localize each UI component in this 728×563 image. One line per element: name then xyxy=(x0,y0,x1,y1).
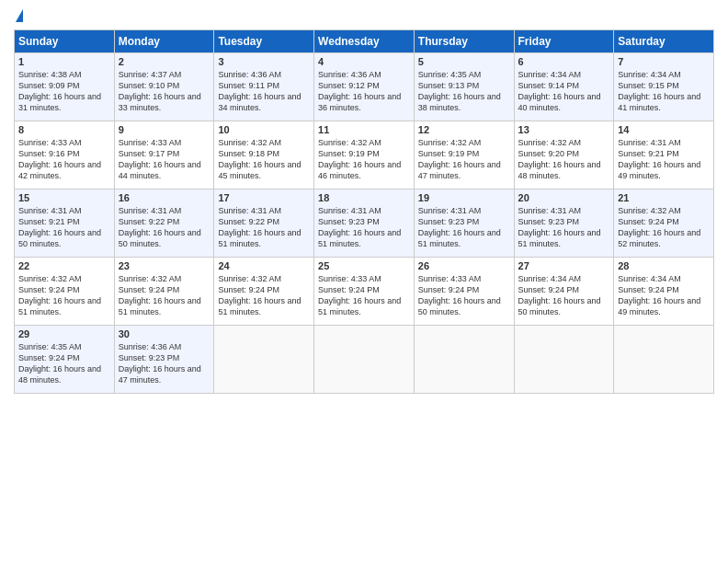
day-cell: 14 Sunrise: 4:31 AMSunset: 9:21 PMDaylig… xyxy=(614,121,714,190)
column-header-wednesday: Wednesday xyxy=(314,30,415,53)
day-number: 13 xyxy=(518,124,610,135)
day-info: Sunrise: 4:31 AMSunset: 9:21 PMDaylight:… xyxy=(18,205,110,250)
day-cell: 26 Sunrise: 4:33 AMSunset: 9:24 PMDaylig… xyxy=(414,258,514,326)
day-cell: 20 Sunrise: 4:31 AMSunset: 9:23 PMDaylig… xyxy=(514,190,614,258)
day-number: 9 xyxy=(119,124,210,135)
day-cell: 30 Sunrise: 4:36 AMSunset: 9:23 PMDaylig… xyxy=(114,326,214,394)
day-cell: 6 Sunrise: 4:34 AMSunset: 9:14 PMDayligh… xyxy=(514,53,614,121)
day-info: Sunrise: 4:34 AMSunset: 9:24 PMDaylight:… xyxy=(618,273,710,318)
week-row-5: 29 Sunrise: 4:35 AMSunset: 9:24 PMDaylig… xyxy=(15,326,714,394)
day-cell: 22 Sunrise: 4:32 AMSunset: 9:24 PMDaylig… xyxy=(15,258,115,326)
column-header-friday: Friday xyxy=(514,30,614,53)
day-cell xyxy=(214,326,314,394)
day-info: Sunrise: 4:36 AMSunset: 9:11 PMDaylight:… xyxy=(218,69,310,114)
day-cell: 28 Sunrise: 4:34 AMSunset: 9:24 PMDaylig… xyxy=(614,258,714,326)
day-cell: 16 Sunrise: 4:31 AMSunset: 9:22 PMDaylig… xyxy=(114,190,214,258)
day-info: Sunrise: 4:31 AMSunset: 9:21 PMDaylight:… xyxy=(618,137,710,182)
day-cell xyxy=(614,326,714,394)
day-cell: 7 Sunrise: 4:34 AMSunset: 9:15 PMDayligh… xyxy=(614,53,714,121)
day-number: 14 xyxy=(618,124,710,135)
day-info: Sunrise: 4:36 AMSunset: 9:12 PMDaylight:… xyxy=(318,69,410,114)
day-info: Sunrise: 4:31 AMSunset: 9:23 PMDaylight:… xyxy=(518,205,610,250)
header xyxy=(14,9,714,24)
day-number: 16 xyxy=(119,192,210,203)
day-cell: 2 Sunrise: 4:37 AMSunset: 9:10 PMDayligh… xyxy=(114,53,214,121)
day-info: Sunrise: 4:34 AMSunset: 9:15 PMDaylight:… xyxy=(618,69,710,114)
day-cell: 9 Sunrise: 4:33 AMSunset: 9:17 PMDayligh… xyxy=(114,121,214,190)
day-cell: 3 Sunrise: 4:36 AMSunset: 9:11 PMDayligh… xyxy=(214,53,314,121)
day-cell: 5 Sunrise: 4:35 AMSunset: 9:13 PMDayligh… xyxy=(414,53,514,121)
day-info: Sunrise: 4:32 AMSunset: 9:19 PMDaylight:… xyxy=(418,137,510,182)
column-header-sunday: Sunday xyxy=(15,30,115,53)
page: SundayMondayTuesdayWednesdayThursdayFrid… xyxy=(0,0,728,563)
day-number: 19 xyxy=(418,192,510,203)
day-info: Sunrise: 4:31 AMSunset: 9:23 PMDaylight:… xyxy=(418,205,510,250)
day-cell: 12 Sunrise: 4:32 AMSunset: 9:19 PMDaylig… xyxy=(414,121,514,190)
day-cell: 1 Sunrise: 4:38 AMSunset: 9:09 PMDayligh… xyxy=(15,53,115,121)
day-number: 23 xyxy=(119,260,210,271)
day-cell: 17 Sunrise: 4:31 AMSunset: 9:22 PMDaylig… xyxy=(214,190,314,258)
day-cell: 15 Sunrise: 4:31 AMSunset: 9:21 PMDaylig… xyxy=(15,190,115,258)
header-row: SundayMondayTuesdayWednesdayThursdayFrid… xyxy=(15,30,714,53)
day-number: 4 xyxy=(318,56,410,67)
day-info: Sunrise: 4:36 AMSunset: 9:23 PMDaylight:… xyxy=(119,341,210,386)
day-cell: 23 Sunrise: 4:32 AMSunset: 9:24 PMDaylig… xyxy=(114,258,214,326)
day-info: Sunrise: 4:32 AMSunset: 9:24 PMDaylight:… xyxy=(119,273,210,318)
week-row-1: 1 Sunrise: 4:38 AMSunset: 9:09 PMDayligh… xyxy=(15,53,714,121)
day-info: Sunrise: 4:34 AMSunset: 9:24 PMDaylight:… xyxy=(518,273,610,318)
day-info: Sunrise: 4:32 AMSunset: 9:24 PMDaylight:… xyxy=(218,273,310,318)
day-cell: 29 Sunrise: 4:35 AMSunset: 9:24 PMDaylig… xyxy=(15,326,115,394)
week-row-2: 8 Sunrise: 4:33 AMSunset: 9:16 PMDayligh… xyxy=(15,121,714,190)
day-info: Sunrise: 4:31 AMSunset: 9:23 PMDaylight:… xyxy=(318,205,410,250)
day-number: 5 xyxy=(418,56,510,67)
day-cell: 4 Sunrise: 4:36 AMSunset: 9:12 PMDayligh… xyxy=(314,53,415,121)
day-number: 27 xyxy=(518,260,610,271)
week-row-3: 15 Sunrise: 4:31 AMSunset: 9:21 PMDaylig… xyxy=(15,190,714,258)
logo-triangle-icon xyxy=(16,9,23,22)
day-cell: 27 Sunrise: 4:34 AMSunset: 9:24 PMDaylig… xyxy=(514,258,614,326)
day-number: 22 xyxy=(18,260,110,271)
day-info: Sunrise: 4:35 AMSunset: 9:24 PMDaylight:… xyxy=(18,341,110,386)
day-cell: 25 Sunrise: 4:33 AMSunset: 9:24 PMDaylig… xyxy=(314,258,415,326)
day-number: 12 xyxy=(418,124,510,135)
day-number: 18 xyxy=(318,192,410,203)
day-cell: 8 Sunrise: 4:33 AMSunset: 9:16 PMDayligh… xyxy=(15,121,115,190)
day-cell xyxy=(514,326,614,394)
day-cell: 21 Sunrise: 4:32 AMSunset: 9:24 PMDaylig… xyxy=(614,190,714,258)
day-number: 10 xyxy=(218,124,310,135)
day-number: 15 xyxy=(18,192,110,203)
column-header-monday: Monday xyxy=(114,30,214,53)
day-cell xyxy=(314,326,415,394)
day-number: 21 xyxy=(618,192,710,203)
day-number: 29 xyxy=(18,328,110,339)
day-cell: 19 Sunrise: 4:31 AMSunset: 9:23 PMDaylig… xyxy=(414,190,514,258)
day-cell: 11 Sunrise: 4:32 AMSunset: 9:19 PMDaylig… xyxy=(314,121,415,190)
day-number: 28 xyxy=(618,260,710,271)
day-cell: 10 Sunrise: 4:32 AMSunset: 9:18 PMDaylig… xyxy=(214,121,314,190)
day-info: Sunrise: 4:33 AMSunset: 9:24 PMDaylight:… xyxy=(418,273,510,318)
day-info: Sunrise: 4:31 AMSunset: 9:22 PMDaylight:… xyxy=(218,205,310,250)
day-info: Sunrise: 4:32 AMSunset: 9:24 PMDaylight:… xyxy=(18,273,110,318)
day-info: Sunrise: 4:31 AMSunset: 9:22 PMDaylight:… xyxy=(119,205,210,250)
day-cell: 18 Sunrise: 4:31 AMSunset: 9:23 PMDaylig… xyxy=(314,190,415,258)
logo xyxy=(14,9,23,24)
column-header-saturday: Saturday xyxy=(614,30,714,53)
day-number: 24 xyxy=(218,260,310,271)
day-number: 1 xyxy=(18,56,110,67)
day-info: Sunrise: 4:33 AMSunset: 9:17 PMDaylight:… xyxy=(119,137,210,182)
day-cell xyxy=(414,326,514,394)
day-number: 30 xyxy=(119,328,210,339)
day-number: 8 xyxy=(18,124,110,135)
day-info: Sunrise: 4:32 AMSunset: 9:18 PMDaylight:… xyxy=(218,137,310,182)
day-info: Sunrise: 4:32 AMSunset: 9:20 PMDaylight:… xyxy=(518,137,610,182)
day-info: Sunrise: 4:32 AMSunset: 9:24 PMDaylight:… xyxy=(618,205,710,250)
day-number: 26 xyxy=(418,260,510,271)
day-number: 20 xyxy=(518,192,610,203)
day-number: 25 xyxy=(318,260,410,271)
day-number: 17 xyxy=(218,192,310,203)
day-number: 6 xyxy=(518,56,610,67)
day-number: 3 xyxy=(218,56,310,67)
day-number: 11 xyxy=(318,124,410,135)
column-header-thursday: Thursday xyxy=(414,30,514,53)
day-number: 2 xyxy=(119,56,210,67)
